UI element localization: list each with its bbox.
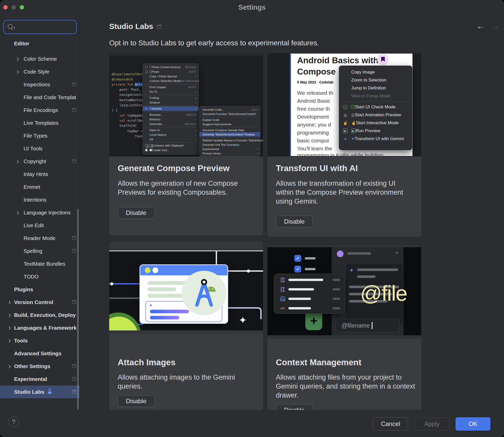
filename-bar	[288, 307, 311, 309]
text-cursor	[372, 322, 372, 329]
context-management-illustration: ✓ ✓ + </>	[267, 245, 421, 339]
sidebar-item[interactable]: TODO	[0, 270, 79, 283]
sidebar-item[interactable]: Live Templates	[0, 117, 79, 129]
filename-input-text: @filename	[341, 322, 370, 329]
sidebar-tree: Editor Color Scheme	[0, 37, 79, 398]
card-title: Generate Compose Preview	[118, 163, 230, 173]
apply-button[interactable]: Apply	[415, 417, 449, 431]
compose-preview-screenshot: Android Basics with Compose 5 May 2022 ·…	[267, 53, 421, 157]
cancel-button[interactable]: Cancel	[373, 417, 408, 431]
submenu-item: Generate Unit Test Scenarios ›	[199, 142, 260, 147]
sidebar-item[interactable]: Languages & Framework	[0, 321, 79, 334]
sidebar-item[interactable]: File Encodings	[0, 104, 79, 117]
sync-settings-icon	[72, 300, 76, 304]
text-placeholder-bar	[357, 275, 376, 278]
sidebar-item-label: Intentions	[24, 197, 46, 203]
file-row: </>	[274, 306, 344, 311]
gradient-bar	[150, 310, 189, 313]
sidebar-item[interactable]: Spelling	[0, 245, 79, 257]
sidebar-item[interactable]: Experimental	[0, 373, 79, 386]
avatar-circle	[337, 251, 344, 257]
sidebar-item[interactable]: Editor	[0, 37, 79, 50]
sidebar-item-label: File and Code Templat	[24, 94, 76, 100]
sidebar-item[interactable]: UI Tools	[0, 142, 79, 155]
sidebar-scrollbar[interactable]	[77, 209, 79, 410]
submenu-arrow-icon: ›	[195, 133, 196, 137]
menu-item-icon	[145, 149, 148, 151]
file-type-icon: </>	[280, 296, 285, 301]
sidebar-item[interactable]: Emmet	[0, 181, 79, 193]
sparkle-icon: ✦	[239, 315, 247, 326]
menu-item-icon	[342, 105, 348, 109]
sidebar-item[interactable]: Studio Labs	[0, 386, 79, 398]
article-body-bottom: programming in Kotlin while building	[297, 152, 383, 157]
filename-bar	[288, 279, 323, 281]
sidebar: ▾ Editor Color Scheme	[0, 14, 79, 410]
sidebar-item[interactable]: Live Edit	[0, 219, 79, 232]
chevron-right-icon	[15, 211, 19, 215]
sidebar-item[interactable]: TextMate Bundles	[0, 257, 79, 270]
sidebar-item-label: Studio Labs	[14, 389, 44, 395]
sidebar-item[interactable]: Advanced Settings	[0, 347, 79, 360]
sidebar-item[interactable]: Color Scheme	[0, 53, 79, 65]
help-button[interactable]: ?	[8, 417, 19, 427]
file-row: </>	[274, 287, 344, 292]
chevron-right-icon	[7, 326, 11, 330]
search-icon	[8, 24, 13, 29]
sidebar-item[interactable]: File Types	[0, 129, 79, 142]
sidebar-item[interactable]: Code Style	[0, 65, 79, 78]
preview-menu-item: Zoom to Selection	[339, 76, 412, 84]
ok-button[interactable]: OK	[456, 417, 490, 431]
sync-settings-icon	[72, 108, 76, 112]
sync-settings-icon	[157, 25, 162, 29]
submenu-arrow-icon: ›	[195, 96, 196, 100]
card-generate-compose-preview: @ExperimentalMaterial3Api 1 Usage@Compos…	[109, 53, 263, 235]
sidebar-item-label: Other Settings	[14, 363, 50, 369]
preview-menu-item: Start UI Check Mode	[339, 103, 412, 111]
sidebar-item[interactable]: Plugins	[0, 283, 79, 296]
nav-back-icon[interactable]: ←	[476, 22, 485, 30]
nav-forward-icon[interactable]: →	[491, 22, 499, 30]
disable-button[interactable]: Disable	[118, 395, 155, 407]
preview-menu-item: Start Animation Preview	[339, 111, 412, 119]
file-type-icon: </>	[280, 287, 285, 292]
sidebar-item[interactable]: Tools	[0, 334, 79, 347]
editor-tab-strip	[109, 53, 263, 56]
submenu-arrow-icon: ›	[195, 118, 196, 121]
disable-button[interactable]: Disable	[118, 207, 155, 219]
submenu-arrow-icon: ›	[195, 75, 196, 78]
submenu-arrow-icon: ›	[195, 101, 196, 105]
submenu-item: Rethink Variable Names in Function "Arti…	[199, 138, 260, 142]
sync-settings-icon	[72, 249, 76, 253]
menu-item-icon	[342, 121, 348, 125]
sidebar-item[interactable]: Reader Mode	[0, 232, 79, 245]
sidebar-item[interactable]: Copyright	[0, 155, 79, 168]
sidebar-item[interactable]: Intentions	[0, 193, 79, 206]
sidebar-item[interactable]: Build, Execution, Deploy	[0, 309, 79, 321]
submenu-item: Suggest Improvements ›	[199, 122, 260, 126]
sidebar-item[interactable]: Version Control	[0, 296, 79, 309]
context-menu-item: Copy / Paste Special ›	[143, 74, 198, 79]
window-title: Settings	[0, 4, 504, 12]
disable-button[interactable]: Disable	[276, 216, 313, 227]
filename-bar	[288, 288, 314, 290]
sidebar-item-label: Experimental	[14, 376, 47, 382]
spark-icon: ✦	[349, 267, 354, 273]
card-title: Attach Images	[118, 358, 176, 367]
illustration-strip	[109, 330, 263, 334]
text-placeholder-bar	[305, 268, 316, 270]
sidebar-item-label: Version Control	[14, 299, 53, 305]
sidebar-item[interactable]: Inlay Hints	[0, 168, 79, 181]
sidebar-item-label: Reader Mode	[24, 235, 55, 241]
article-meta: 5 May 2022 · Codelab	[297, 80, 334, 84]
sidebar-item[interactable]: Inspections	[0, 78, 79, 91]
settings-window: Settings ▾ Editor C	[0, 0, 504, 437]
sidebar-item[interactable]: Language Injections	[0, 206, 79, 219]
flask-icon	[47, 389, 52, 396]
sidebar-item[interactable]: Other Settings	[0, 360, 79, 373]
preview-context-menu: Copy Image Zoom to Selection Jump to Def…	[339, 66, 412, 150]
sidebar-item[interactable]: File and Code Templat	[0, 91, 79, 104]
sidebar-item-label: Spelling	[24, 248, 42, 254]
submenu-arrow-icon: ›	[257, 151, 258, 155]
context-menu-item: Compare with Clipboard ›	[143, 143, 198, 148]
